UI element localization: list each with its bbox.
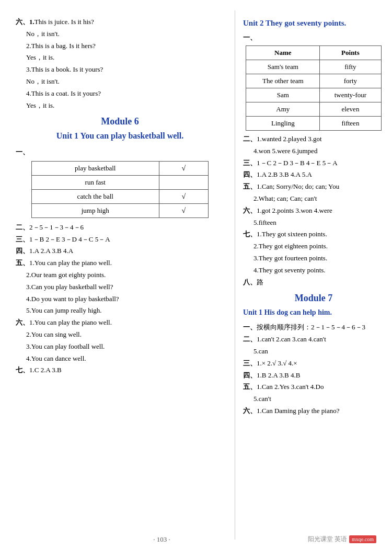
table-row: Amy eleven xyxy=(246,102,381,117)
check-cell xyxy=(159,175,208,189)
page: 六、1.This is juice. Is it his? No，it isn'… xyxy=(0,0,392,550)
er-left: 二、2－5－1－3－4－6 xyxy=(16,222,224,233)
qi-right: 七、1.They got sixteen points. xyxy=(243,229,384,240)
points-cell: fifty xyxy=(320,60,381,74)
liu-left-3: 3.You can play football well. xyxy=(26,341,224,352)
name-cell: Sam's team xyxy=(246,60,320,74)
s6-item2-a: Yes，it is. xyxy=(26,52,224,63)
liu-right-2: 5.fifteen xyxy=(253,217,384,228)
s6-item3-q: 3.This is a book. Is it yours? xyxy=(26,64,224,75)
s6-item1-a: No，it isn't. xyxy=(26,29,224,40)
liu-right: 六、1.got 2.points 3.won 4.were xyxy=(243,205,384,216)
page-footer: · 103 · 阳光课堂 英语 mxqe.com xyxy=(0,535,392,544)
points-header: Points xyxy=(320,46,381,60)
page-number: · 103 · xyxy=(153,535,170,544)
si-right: 四、1.A 2.B 3.B 4.A 5.A xyxy=(243,169,384,180)
module7-heading: Module 7 xyxy=(243,293,384,304)
ba-right: 八、路 xyxy=(243,277,384,288)
liu-left-2: 2.You can sing well. xyxy=(26,329,224,340)
s6-item2-q: 2.This is a bag. Is it hers? xyxy=(26,41,224,52)
name-cell: Lingling xyxy=(246,117,320,131)
activity-cell: run fast xyxy=(31,175,159,189)
points-cell: fifteen xyxy=(320,117,381,131)
activity-cell: jump high xyxy=(31,203,159,217)
name-cell: Amy xyxy=(246,102,320,117)
wu-right-2: 2.What; can; Can; can't xyxy=(253,193,384,204)
liu-m7: 六、1.Can Daming play the piano? xyxy=(243,406,384,417)
table-row: run fast xyxy=(31,175,208,189)
wu-left-4: 4.Do you want to play basketball? xyxy=(26,294,224,305)
right-column: Unit 2 They got seventy points. 一、 Name … xyxy=(235,10,392,540)
activity-cell: catch the ball xyxy=(31,189,159,203)
yi-label-left: 一、 xyxy=(16,147,224,157)
wu-right: 五、1.Can; Sorry/No; do; can; You xyxy=(243,181,384,192)
er-right-2: 4.won 5.were 6.jumped xyxy=(253,146,384,157)
si-m7: 四、1.B 2.A 3.B 4.B xyxy=(243,370,384,381)
left-column: 六、1.This is juice. Is it his? No，it isn'… xyxy=(0,10,235,540)
section6-items: 六、1.This is juice. Is it his? No，it isn'… xyxy=(16,17,224,111)
footer-right: 阳光课堂 英语 mxqe.com xyxy=(308,535,376,544)
name-cell: Sam xyxy=(246,88,320,102)
module6-heading: Module 6 xyxy=(16,116,224,127)
score-table: Name Points Sam's team fifty The other t… xyxy=(246,45,381,131)
table-row: Lingling fifteen xyxy=(246,117,381,131)
si-left: 四、1.A 2.A 3.B 4.A xyxy=(16,246,224,257)
check-cell: √ xyxy=(159,203,208,217)
check-cell: √ xyxy=(159,189,208,203)
table-row: The other team forty xyxy=(246,74,381,88)
table-row: Sam's team fifty xyxy=(246,60,381,74)
s6-item3-a: No，it isn't. xyxy=(26,76,224,87)
unit2-heading: Unit 2 They got seventy points. xyxy=(243,18,384,29)
qi-right-4: 4.They got seventy points. xyxy=(253,265,384,276)
wu-left-label: 五、1.You can play the piano well. xyxy=(16,258,224,269)
name-cell: The other team xyxy=(246,74,320,88)
watermark: mxqe.com xyxy=(349,535,376,543)
liu-left-label: 六、1.You can play the piano well. xyxy=(16,317,224,328)
name-header: Name xyxy=(246,46,320,60)
table-row: jump high √ xyxy=(31,203,208,217)
liu-left-4: 4.You can dance well. xyxy=(26,353,224,364)
activity-cell: play basketball xyxy=(31,161,159,175)
wu-m7-2: 5.can't xyxy=(253,394,384,405)
s6-item4-a: Yes，it is. xyxy=(26,100,224,111)
unit1-m7-heading: Unit 1 His dog can help him. xyxy=(243,307,384,318)
wu-left-5: 5.You can jump really high. xyxy=(26,305,224,316)
brand-label: 阳光课堂 英语 xyxy=(308,535,347,544)
san-left: 三、1－B 2－E 3－D 4－C 5－A xyxy=(16,234,224,245)
yi-label-right: 一、 xyxy=(243,33,384,42)
san-right: 三、1－C 2－D 3－B 4－E 5－A xyxy=(243,158,384,169)
er-m7-2: 5.can xyxy=(253,346,384,357)
er-m7: 二、1.can't 2.can 3.can 4.can't xyxy=(243,334,384,345)
wu-left-3: 3.Can you play basketball well? xyxy=(26,282,224,293)
table-row: Sam twenty-four xyxy=(246,88,381,102)
wu-left-2: 2.Our team got eighty points. xyxy=(26,270,224,281)
yi-m7: 一、按横向顺序排列：2－1－5－4－6－3 xyxy=(243,322,384,333)
check-cell: √ xyxy=(159,161,208,175)
points-cell: twenty-four xyxy=(320,88,381,102)
points-cell: forty xyxy=(320,74,381,88)
s6-item4-q: 4.This is a coat. Is it yours? xyxy=(26,88,224,99)
activity-table: play basketball √ run fast catch the bal… xyxy=(31,161,209,218)
er-right: 二、1.wanted 2.played 3.got xyxy=(243,134,384,145)
table-row: catch the ball √ xyxy=(31,189,208,203)
qi-right-2: 2.They got eighteen points. xyxy=(253,241,384,252)
san-m7: 三、1.× 2.√ 3.√ 4.× xyxy=(243,358,384,369)
wu-m7: 五、1.Can 2.Yes 3.can't 4.Do xyxy=(243,382,384,393)
s6-item1-q: 六、1.This is juice. Is it his? xyxy=(16,17,224,28)
table-row: play basketball √ xyxy=(31,161,208,175)
qi-right-3: 3.They got fourteen points. xyxy=(253,253,384,264)
points-cell: eleven xyxy=(320,102,381,117)
qi-left: 七、1.C 2.A 3.B xyxy=(16,365,224,376)
table-header-row: Name Points xyxy=(246,46,381,60)
unit1-heading: Unit 1 You can play basketball well. xyxy=(16,130,224,142)
